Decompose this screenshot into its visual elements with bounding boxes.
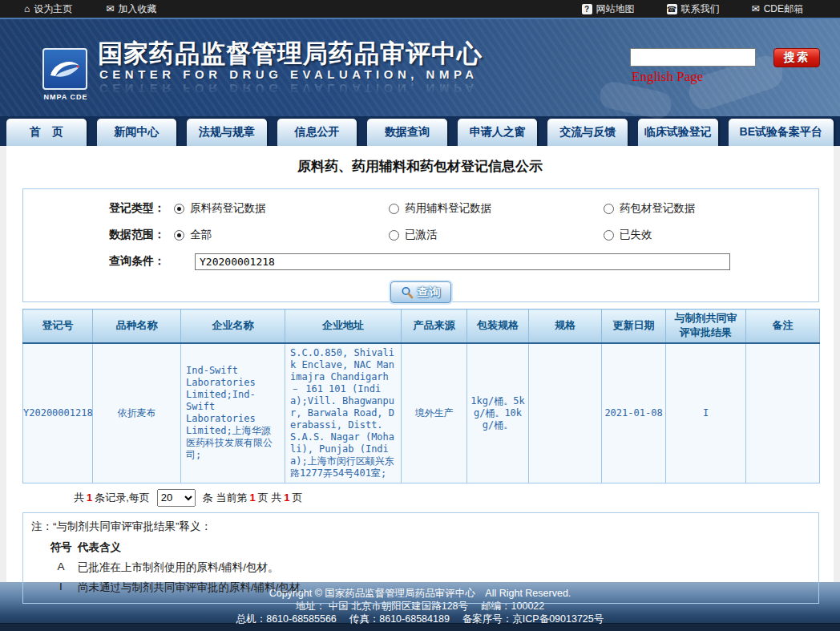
set-home-link[interactable]: ⌂ 设为主页 [24,2,72,16]
radio-icon [389,230,399,241]
main-content: 原料药、药用辅料和药包材登记信息公示 登记类型： 原料药登记数据 药用辅料登记数… [6,146,834,582]
col-header-product-name: 品种名称 [93,309,181,343]
col-header-reg-no: 登记号 [23,309,93,343]
english-page-link[interactable]: English Page [632,69,703,85]
cell-packaging: 1kg/桶。5kg/桶。10kg/桶。 [467,343,529,483]
pagination-text: 条记录,每页 [95,491,150,505]
radio-label: 原料药登记数据 [190,201,266,216]
radio-icon [174,204,184,214]
radio-excipient-data[interactable]: 药用辅料登记数据 [389,201,604,216]
query-condition-input[interactable] [195,253,730,270]
sitemap-label: 网站地图 [596,2,635,16]
total-records: 1 [87,491,92,504]
radio-scope-all[interactable]: 全部 [174,228,389,242]
header-search-button[interactable]: 搜索 [773,48,820,67]
pagination-text: 条 当前第 [203,491,248,505]
header-search-input[interactable] [630,48,756,67]
reg-type-row: 登记类型： 原料药登记数据 药用辅料登记数据 药包材登记数据 [23,200,818,217]
radio-label: 已失效 [620,228,652,242]
nav-tab-home[interactable]: 首 页 [6,119,87,146]
sitemap-link[interactable]: ? 网站地图 [582,2,635,16]
main-nav: 首 页 新闻中心 法规与规章 信息公开 数据查询 申请人之窗 交流与反馈 临床试… [0,116,840,146]
site-title: 国家药品监督管理局药品审评中心 [98,37,483,71]
topbar-right-group: ? 网站地图 ☎ 联系我们 ✉ CDE邮箱 [582,2,803,16]
cell-update-date: 2021-01-08 [602,343,666,483]
notes-title: 注：“与制剂共同审评审批结果”释义： [31,520,810,534]
pagination-text: 页 共 [258,491,282,505]
radio-label: 药用辅料登记数据 [405,201,491,216]
cell-company: Ind-Swift Laboratories Limited;Ind-Swift… [181,343,285,483]
cell-remark [746,343,820,483]
logo-caption: NMPA CDE [37,93,95,101]
add-favorite-label: 加入收藏 [118,2,156,16]
col-header-spec: 规格 [529,309,602,343]
radio-icon [604,204,614,214]
query-button[interactable]: 查询 [390,281,451,303]
radio-label: 全部 [190,228,212,242]
table-header-row: 登记号 品种名称 企业名称 企业地址 产品来源 包装规格 规格 更新日期 与制剂… [23,309,820,343]
nav-tab-data-query[interactable]: 数据查询 [367,119,447,146]
nav-tab-regulations[interactable]: 法规与规章 [187,119,267,146]
radio-scope-active[interactable]: 已激活 [389,228,604,242]
cde-mail-label: CDE邮箱 [764,2,803,16]
radio-icon [389,204,399,214]
col-header-update-date: 更新日期 [602,309,666,343]
notes-row-i: I 尚未通过与制剂共同审评审批的原料/辅料/包材。 [31,580,810,595]
topbar-left-group: ⌂ 设为主页 ✉ 加入收藏 [24,2,156,16]
contact-link[interactable]: ☎ 联系我们 [667,2,720,16]
radio-label: 已激活 [405,228,438,242]
nmpa-cde-logo[interactable] [42,48,87,90]
radio-packaging-data[interactable]: 药包材登记数据 [604,201,818,216]
site-header: NMPA CDE 国家药品监督管理局药品审评中心 CENTER FOR DRUG… [0,18,840,116]
pagination-text: 共 [74,491,84,505]
cde-mail-link[interactable]: ✉ CDE邮箱 [752,2,803,16]
cell-review-result: I [666,343,746,483]
meaning-i: 尚未通过与制剂共同审评审批的原料/辅料/包材。 [78,580,311,595]
current-page: 1 [249,491,255,504]
capsule-decoration [597,79,673,121]
site-subtitle: CENTER FOR DRUG EVALUATION, NMPA [99,67,479,81]
cell-address: S.C.O.850, Shivalik Enclave, NAC Manimaj… [285,343,402,483]
radio-raw-material-data[interactable]: 原料药登记数据 [174,201,389,216]
col-header-review-result: 与制剂共同审评审批结果 [666,309,746,343]
reg-type-label: 登记类型： [109,201,174,216]
symbol-a: A [44,560,78,575]
page-title: 原料药、药用辅料和药包材登记信息公示 [6,146,834,176]
add-favorite-link[interactable]: ✉ 加入收藏 [106,2,156,16]
cell-spec [529,343,602,483]
nav-tab-info-disclosure[interactable]: 信息公开 [277,119,357,146]
set-home-label: 设为主页 [34,2,72,16]
query-condition-row: 查询条件： [23,253,818,270]
nav-tab-clinical-trial[interactable]: 临床试验登记 [638,119,718,146]
contact-label: 联系我们 [681,2,720,16]
question-icon: ? [582,4,592,14]
legend-notes: 注：“与制剂共同审评审批结果”释义： 符号 代表含义 A 已批准在上市制剂使用的… [22,512,819,604]
topbar: ⌂ 设为主页 ✉ 加入收藏 ? 网站地图 ☎ 联系我们 ✉ CDE邮箱 [0,0,840,18]
query-condition-label: 查询条件： [109,254,177,269]
nav-tab-applicant-window[interactable]: 申请人之窗 [458,119,538,146]
radio-icon [174,230,184,241]
results-table: 登记号 品种名称 企业名称 企业地址 产品来源 包装规格 规格 更新日期 与制剂… [22,309,820,483]
bird-logo-icon [47,55,83,83]
notes-row-a: A 已批准在上市制剂使用的原料/辅料/包材。 [31,560,810,575]
col-header-remark: 备注 [746,309,820,343]
radio-scope-inactive[interactable]: 已失效 [604,228,818,242]
pagination-text: 页 [293,491,303,505]
query-form: 登记类型： 原料药登记数据 药用辅料登记数据 药包材登记数据 数据范围： 全部 [22,188,819,302]
symbol-i: I [44,580,78,595]
symbol-header: 符号 [44,540,78,555]
col-header-address: 企业地址 [285,309,402,343]
nav-tab-be-platform[interactable]: BE试验备案平台 [729,119,834,146]
scope-label: 数据范围： [109,228,174,242]
meaning-header: 代表含义 [78,540,121,555]
radio-label: 药包材登记数据 [620,201,696,216]
cell-product-name: 依折麦布 [93,343,181,483]
cell-reg-no: Y20200001218 [23,343,93,483]
nav-tab-news[interactable]: 新闻中心 [97,119,177,146]
col-header-company: 企业名称 [181,309,285,343]
nav-tab-feedback[interactable]: 交流与反馈 [547,119,628,146]
per-page-select[interactable]: 20 [157,489,196,507]
notes-header-row: 符号 代表含义 [31,540,810,555]
col-header-source: 产品来源 [402,309,467,343]
pagination-bar: 共 1 条记录,每页 20 条 当前第 1 页 共 1 页 [74,489,834,507]
